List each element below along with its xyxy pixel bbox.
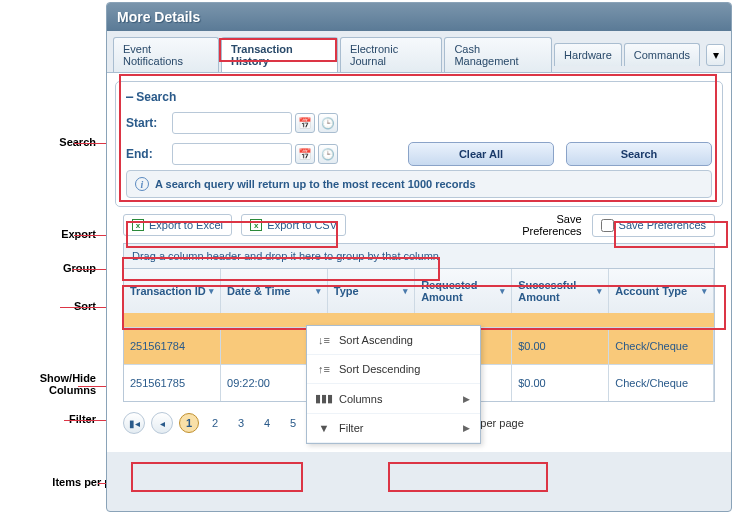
export-excel-button[interactable]: xExport to Excel (123, 214, 232, 236)
cell-suc: $0.00 (512, 364, 609, 401)
save-pref-btn-label: Save Preferences (619, 219, 706, 231)
cell-id: 251561785 (124, 364, 221, 401)
search-fieldset: –Search Start: 📅 🕒 End: 📅 🕒 Clear All Se… (115, 81, 723, 207)
chevron-down-icon[interactable]: ▾ (209, 286, 214, 296)
col-label: Date & Time (227, 285, 290, 297)
sort-desc-icon: ↑≡ (317, 363, 331, 375)
menu-columns[interactable]: ▮▮▮Columns▶ (307, 384, 480, 414)
chevron-down-icon[interactable]: ▾ (500, 286, 505, 296)
filter-icon: ▼ (317, 422, 331, 434)
tab-hardware[interactable]: Hardware (554, 43, 622, 66)
tab-overflow-button[interactable]: ▾ (706, 44, 725, 66)
tab-commands[interactable]: Commands (624, 43, 700, 66)
annot-showhide: Show/Hide Columns (40, 372, 96, 396)
info-text: A search query will return up to the mos… (155, 178, 476, 190)
search-legend[interactable]: –Search (126, 90, 712, 104)
group-drop-zone[interactable]: Drag a column header and drop it here to… (123, 243, 715, 269)
grid-header: Transaction ID▾ Date & Time▾ Type▾ Reque… (124, 269, 714, 313)
annot-filter: Filter (69, 413, 96, 425)
col-label: Type (334, 285, 359, 297)
pager-page-2[interactable]: 2 (205, 413, 225, 433)
submenu-arrow-icon: ▶ (463, 423, 470, 433)
clear-all-button[interactable]: Clear All (408, 142, 554, 166)
pager-page-3[interactable]: 3 (231, 413, 251, 433)
calendar-icon[interactable]: 📅 (295, 113, 315, 133)
pager-page-1[interactable]: 1 (179, 413, 199, 433)
end-label: End: (126, 147, 172, 161)
menu-sort-ascending[interactable]: ↓≡Sort Ascending (307, 326, 480, 355)
menu-label: Sort Ascending (339, 334, 413, 346)
col-account-type[interactable]: Account Type▾ (609, 269, 714, 313)
col-successful-amount[interactable]: Successful Amount▾ (512, 269, 609, 313)
tab-bar: Event Notifications Transaction History … (107, 31, 731, 72)
pager-page-5[interactable]: 5 (283, 413, 303, 433)
annot-export: Export (61, 228, 96, 240)
save-preferences-button[interactable]: Save Preferences (592, 214, 715, 237)
tab-electronic-journal[interactable]: Electronic Journal (340, 37, 443, 72)
sort-asc-icon: ↓≡ (317, 334, 331, 346)
end-input[interactable] (172, 143, 292, 165)
search-button[interactable]: Search (566, 142, 712, 166)
excel-icon: x (132, 219, 144, 231)
cell-acct: Check/Cheque (609, 364, 714, 401)
clock-icon[interactable]: 🕒 (318, 113, 338, 133)
col-label: Successful Amount (518, 279, 597, 303)
save-pref-label: Save Preferences (522, 213, 581, 237)
chevron-down-icon[interactable]: ▾ (403, 286, 408, 296)
pager-page-4[interactable]: 4 (257, 413, 277, 433)
save-pref-checkbox[interactable] (601, 219, 614, 232)
menu-filter[interactable]: ▼Filter▶ (307, 414, 480, 443)
panel-title: More Details (107, 3, 731, 31)
col-label: Transaction ID (130, 285, 206, 297)
info-icon: i (135, 177, 149, 191)
pager-first-button[interactable]: ▮◂ (123, 412, 145, 434)
cell-suc: $0.00 (512, 327, 609, 364)
col-date-time[interactable]: Date & Time▾ (221, 269, 328, 313)
menu-label: Sort Descending (339, 363, 420, 375)
submenu-arrow-icon: ▶ (463, 394, 470, 404)
collapse-icon: – (126, 90, 133, 104)
chevron-down-icon[interactable]: ▾ (702, 286, 707, 296)
col-transaction-id[interactable]: Transaction ID▾ (124, 269, 221, 313)
clock-icon[interactable]: 🕒 (318, 144, 338, 164)
export-toolbar: xExport to Excel xExport to CSV Save Pre… (115, 207, 723, 243)
annot-group: Group (63, 262, 96, 274)
col-type[interactable]: Type▾ (328, 269, 415, 313)
col-label: Requested Amount (421, 279, 500, 303)
cell-id: 251561784 (124, 327, 221, 364)
column-menu: ↓≡Sort Ascending ↑≡Sort Descending ▮▮▮Co… (306, 325, 481, 444)
columns-icon: ▮▮▮ (317, 392, 331, 405)
cell-acct: Check/Cheque (609, 327, 714, 364)
chevron-down-icon: ▾ (713, 48, 719, 62)
chevron-down-icon[interactable]: ▾ (597, 286, 602, 296)
tab-cash-management[interactable]: Cash Management (444, 37, 552, 72)
start-input[interactable] (172, 112, 292, 134)
menu-sort-descending[interactable]: ↑≡Sort Descending (307, 355, 480, 384)
csv-icon: x (250, 219, 262, 231)
info-bar: i A search query will return up to the m… (126, 170, 712, 198)
start-label: Start: (126, 116, 172, 130)
menu-label: Columns (339, 393, 382, 405)
col-requested-amount[interactable]: Requested Amount▾ (415, 269, 512, 313)
export-csv-label: Export to CSV (267, 219, 337, 231)
annot-search: Search (59, 136, 96, 148)
chevron-down-icon[interactable]: ▾ (316, 286, 321, 296)
tab-transaction-history[interactable]: Transaction History (221, 37, 338, 72)
col-label: Account Type (615, 285, 687, 297)
search-legend-text: Search (136, 90, 176, 104)
annot-sort: Sort (74, 300, 96, 312)
export-excel-label: Export to Excel (149, 219, 223, 231)
menu-label: Filter (339, 422, 363, 434)
tab-event-notifications[interactable]: Event Notifications (113, 37, 219, 72)
pager-prev-button[interactable]: ◂ (151, 412, 173, 434)
calendar-icon[interactable]: 📅 (295, 144, 315, 164)
export-csv-button[interactable]: xExport to CSV (241, 214, 346, 236)
